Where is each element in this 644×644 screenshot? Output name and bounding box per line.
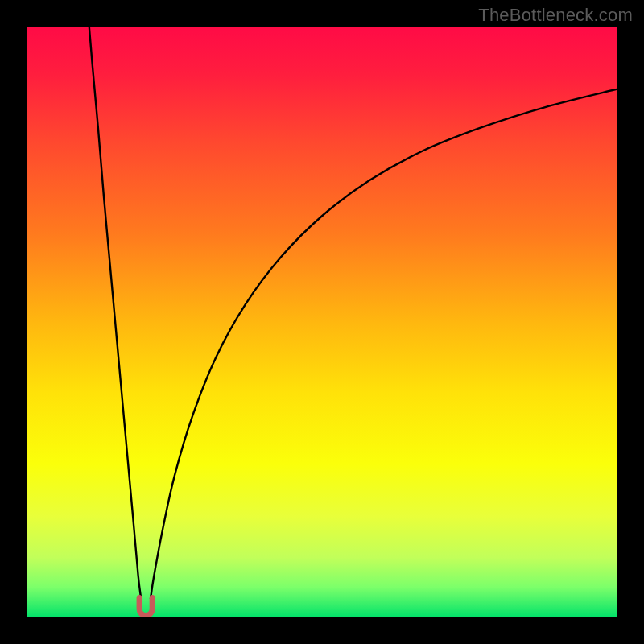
watermark-text: TheBottleneck.com (478, 5, 633, 26)
chart-frame: TheBottleneck.com (0, 0, 644, 644)
bottleneck-chart (27, 27, 617, 617)
plot-area (27, 27, 617, 617)
